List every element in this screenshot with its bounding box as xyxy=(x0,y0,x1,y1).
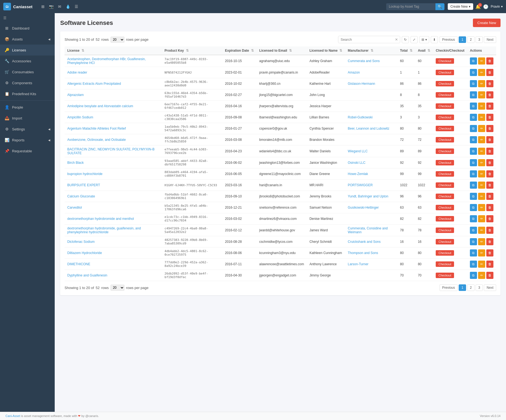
sidebar-item-import[interactable]: 📥 Import xyxy=(0,113,55,124)
manufacturer-link[interactable]: Wiegand LLC xyxy=(348,149,368,153)
delete-button[interactable]: 🗑 xyxy=(486,57,493,65)
copy-button[interactable]: ⧉ xyxy=(470,261,477,268)
sidebar-item-accessories[interactable]: 🔧 Accessories xyxy=(0,56,55,66)
refresh-btn[interactable]: ↻ xyxy=(402,36,409,43)
checkout-button[interactable]: Checkout xyxy=(436,228,454,233)
create-new-button[interactable]: Create New xyxy=(473,19,501,27)
license-link[interactable]: Amlodipine besylate and Atorvastatin cal… xyxy=(67,104,133,108)
edit-button[interactable]: ✏ xyxy=(478,114,485,121)
copy-button[interactable]: ⧉ xyxy=(470,103,477,110)
mail-icon[interactable]: ✉ xyxy=(57,3,62,10)
edit-button[interactable]: ✏ xyxy=(478,170,485,177)
edit-button[interactable]: ✏ xyxy=(478,125,485,132)
delete-button[interactable]: 🗑 xyxy=(486,182,493,189)
manufacturer-link[interactable]: Cummerata and Sons xyxy=(348,59,380,63)
license-link[interactable]: Diltiazem Hydrochloride xyxy=(67,251,102,255)
edit-button[interactable]: ✏ xyxy=(478,261,485,268)
copy-button[interactable]: ⧉ xyxy=(470,272,477,279)
license-link[interactable]: Avobenzone, Octinoxate, and Octisalate xyxy=(67,138,126,142)
manufacturer-link[interactable]: PORTSWIGGER xyxy=(348,183,373,187)
drop-icon[interactable]: 💧 xyxy=(65,3,71,10)
edit-button[interactable]: ✏ xyxy=(478,238,485,245)
prev-btn-bottom[interactable]: Previous xyxy=(440,284,458,291)
sidebar-item-requestable[interactable]: 📌 Requestable xyxy=(0,145,55,156)
checkout-button[interactable]: Checkout xyxy=(436,92,454,98)
license-link[interactable]: dextromethorphan hydrobromide, guaifenes… xyxy=(67,226,141,234)
delete-button[interactable]: 🗑 xyxy=(486,261,493,268)
sidebar-item-settings[interactable]: ⚙ Settings ◀ xyxy=(0,124,55,135)
license-link[interactable]: Carvedilol xyxy=(67,206,82,209)
manufacturer-link[interactable]: Cruickshank and Sons xyxy=(348,240,380,244)
copy-button[interactable]: ⧉ xyxy=(470,80,477,87)
page-3-btn-bottom[interactable]: 3 xyxy=(476,284,483,291)
delete-button[interactable]: 🗑 xyxy=(486,80,493,87)
edit-button[interactable]: ✏ xyxy=(478,227,485,234)
delete-button[interactable]: 🗑 xyxy=(486,193,493,200)
checkout-button[interactable]: Checkout xyxy=(436,194,454,199)
edit-button[interactable]: ✏ xyxy=(478,182,485,189)
copy-button[interactable]: ⧉ xyxy=(470,249,477,256)
copy-button[interactable]: ⧉ xyxy=(470,238,477,245)
checkout-button[interactable]: Checkout xyxy=(436,115,454,120)
delete-button[interactable]: 🗑 xyxy=(486,227,493,234)
sidebar-item-components[interactable]: ⚙ Components xyxy=(0,77,55,88)
copy-button[interactable]: ⧉ xyxy=(470,159,477,166)
sidebar-item-reports[interactable]: 📊 Reports ◀ xyxy=(0,135,55,145)
copy-button[interactable]: ⧉ xyxy=(470,114,477,121)
delete-button[interactable]: 🗑 xyxy=(486,204,493,211)
checkout-button[interactable]: Checkout xyxy=(436,216,454,221)
delete-button[interactable]: 🗑 xyxy=(486,136,493,143)
sidebar-item-assets[interactable]: 📦 Assets ◀ xyxy=(0,34,55,45)
checkout-button[interactable]: Checkout xyxy=(436,58,454,64)
license-link[interactable]: Allergenic Extracts Alum Precipitated xyxy=(67,82,121,86)
edit-button[interactable]: ✏ xyxy=(478,204,485,211)
create-new-top-button[interactable]: Create New ▾ xyxy=(448,3,473,10)
license-link[interactable]: BACITRACIN ZINC, NEOMYCIN SULFATE, POLYM… xyxy=(67,147,155,155)
copy-button[interactable]: ⧉ xyxy=(470,125,477,132)
license-link[interactable]: bupropion hydrochloride xyxy=(67,172,103,176)
delete-button[interactable]: 🗑 xyxy=(486,170,493,177)
delete-button[interactable]: 🗑 xyxy=(486,91,493,98)
footer-brand-link[interactable]: Cani-Asset xyxy=(5,414,20,418)
sidebar-item-predefined-kits[interactable]: 📋 Predefined Kits xyxy=(0,88,55,99)
edit-button[interactable]: ✏ xyxy=(478,148,485,155)
checkout-button[interactable]: Checkout xyxy=(436,273,454,278)
license-link[interactable]: Argentum Malachite Athletes Foot Relief xyxy=(67,127,126,130)
license-link[interactable]: Acetaminophen, Dextromethorphan HBr, Gua… xyxy=(67,57,146,65)
next-btn-bottom[interactable]: Next xyxy=(484,284,496,291)
expand-btn[interactable]: ⤢ xyxy=(411,36,418,43)
checkout-button[interactable]: Checkout xyxy=(436,103,454,109)
copy-button[interactable]: ⧉ xyxy=(470,204,477,211)
delete-button[interactable]: 🗑 xyxy=(486,249,493,256)
asset-search-input[interactable] xyxy=(386,3,435,10)
copy-button[interactable]: ⧉ xyxy=(470,193,477,200)
edit-button[interactable]: ✏ xyxy=(478,215,485,222)
user-menu[interactable]: Pravin ▾ xyxy=(491,5,503,8)
manufacturer-link[interactable]: Howe-Zemlak xyxy=(348,172,368,176)
sidebar-toggle[interactable]: ☰ xyxy=(0,13,55,23)
copy-button[interactable]: ⧉ xyxy=(470,170,477,177)
edit-button[interactable]: ✏ xyxy=(478,69,485,76)
copy-button[interactable]: ⧉ xyxy=(470,227,477,234)
edit-button[interactable]: ✏ xyxy=(478,136,485,143)
page-2-btn-top[interactable]: 2 xyxy=(467,36,475,43)
edit-button[interactable]: ✏ xyxy=(478,91,485,98)
delete-button[interactable]: 🗑 xyxy=(486,215,493,222)
copy-button[interactable]: ⧉ xyxy=(470,57,477,65)
manufacturer-link[interactable]: Amazon xyxy=(348,71,360,74)
license-link[interactable]: Diclofenac Sodium xyxy=(67,240,95,244)
page-1-btn-top[interactable]: 1 xyxy=(459,36,466,43)
sidebar-item-people[interactable]: 👤 People xyxy=(0,102,55,113)
columns-btn[interactable]: ⊞ ▾ xyxy=(419,36,429,43)
license-link[interactable]: Dyphylline and Guaifenesin xyxy=(67,273,107,277)
copy-button[interactable]: ⧉ xyxy=(470,91,477,98)
checkout-button[interactable]: Checkout xyxy=(436,148,454,154)
checkout-button[interactable]: Checkout xyxy=(436,137,454,142)
manufacturer-link[interactable]: Gislason-Hermann xyxy=(348,82,375,86)
checkout-button[interactable]: Checkout xyxy=(436,239,454,244)
manufacturer-link[interactable]: Osinski LLC xyxy=(348,161,365,165)
license-link[interactable]: DIMETHICONE xyxy=(67,262,90,266)
license-link[interactable]: Adobe reader xyxy=(67,71,87,74)
delete-button[interactable]: 🗑 xyxy=(486,69,493,76)
copy-button[interactable]: ⧉ xyxy=(470,69,477,76)
